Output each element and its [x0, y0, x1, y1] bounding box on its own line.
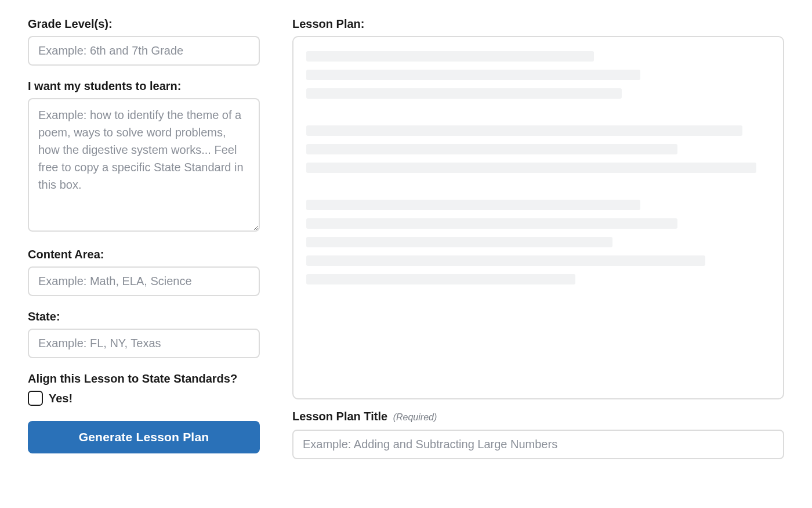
learn-field-group: I want my students to learn: [28, 78, 260, 234]
learn-label: I want my students to learn: [28, 78, 260, 93]
state-label: State: [28, 309, 260, 324]
skeleton-line [306, 255, 705, 266]
skeleton-line [306, 218, 677, 229]
lesson-title-required-hint: (Required) [393, 412, 437, 422]
lesson-title-input[interactable] [292, 430, 784, 459]
content-area-label: Content Area: [28, 247, 260, 262]
generate-lesson-plan-button[interactable]: Generate Lesson Plan [28, 421, 260, 453]
skeleton-line [306, 163, 756, 173]
lesson-form: Grade Level(s): I want my students to le… [28, 16, 260, 453]
align-standards-checkbox[interactable] [28, 391, 43, 406]
learn-textarea[interactable] [28, 98, 260, 232]
content-area-field-group: Content Area: [28, 247, 260, 296]
skeleton-line [306, 237, 612, 247]
lesson-title-field-group: Lesson Plan Title (Required) [292, 409, 784, 459]
align-standards-field-group: Align this Lesson to State Standards? Ye… [28, 371, 260, 406]
skeleton-line [306, 274, 575, 284]
align-standards-checkbox-label: Yes! [49, 392, 72, 405]
lesson-plan-output [292, 36, 784, 399]
lesson-title-label: Lesson Plan Title [292, 410, 387, 423]
lesson-output-column: Lesson Plan: Lesson Plan Title (Required… [292, 16, 784, 459]
skeleton-line [306, 88, 622, 99]
skeleton-line [306, 51, 594, 62]
skeleton-line [306, 200, 640, 210]
skeleton-line [306, 144, 677, 154]
grade-level-label: Grade Level(s): [28, 16, 260, 31]
align-standards-label: Align this Lesson to State Standards? [28, 371, 260, 386]
skeleton-line [306, 70, 640, 80]
state-input[interactable] [28, 329, 260, 358]
state-field-group: State: [28, 309, 260, 358]
skeleton-gap [306, 107, 770, 125]
grade-level-input[interactable] [28, 36, 260, 66]
skeleton-line [306, 125, 742, 136]
lesson-plan-heading: Lesson Plan: [292, 16, 784, 31]
skeleton-gap [306, 181, 770, 200]
content-area-input[interactable] [28, 266, 260, 296]
lesson-title-label-row: Lesson Plan Title (Required) [292, 409, 784, 424]
grade-level-field-group: Grade Level(s): [28, 16, 260, 66]
